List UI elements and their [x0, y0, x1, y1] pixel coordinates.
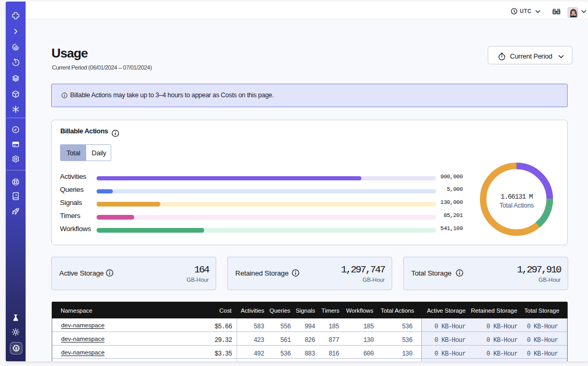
svg-text:$: $: [15, 346, 18, 351]
